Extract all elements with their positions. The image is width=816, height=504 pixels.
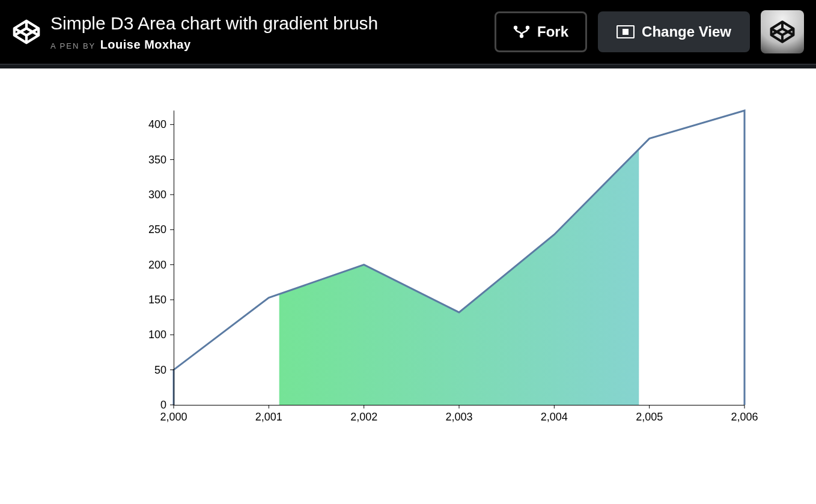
x-tick-label: 2,001: [255, 411, 282, 423]
y-axis: 050100150200250300350400: [148, 111, 174, 411]
gradient-area: [174, 111, 744, 405]
fork-label: Fork: [537, 23, 568, 40]
header-buttons: Fork Change View: [495, 10, 804, 53]
y-tick-label: 300: [148, 189, 166, 201]
y-tick-label: 250: [148, 223, 166, 235]
byline: A PEN BY Louise Moxhay: [50, 38, 495, 52]
change-view-button[interactable]: Change View: [598, 11, 750, 52]
header-bar: Simple D3 Area chart with gradient brush…: [0, 0, 816, 65]
y-tick-label: 150: [148, 294, 166, 306]
author-link[interactable]: Louise Moxhay: [100, 38, 191, 51]
chart-canvas: 0501001502002503003504002,0002,0012,0022…: [0, 68, 816, 504]
codepen-logo[interactable]: [11, 16, 42, 47]
codepen-icon: [769, 19, 796, 45]
x-tick-label: 2,005: [636, 411, 663, 423]
y-tick-label: 0: [160, 399, 166, 411]
fork-icon: [513, 25, 530, 38]
area-chart[interactable]: 0501001502002503003504002,0002,0012,0022…: [47, 68, 769, 441]
view-icon: [617, 25, 635, 38]
y-tick-label: 200: [148, 259, 166, 271]
x-tick-label: 2,004: [541, 411, 568, 423]
x-tick-label: 2,006: [731, 411, 758, 423]
x-axis: 2,0002,0012,0022,0032,0042,0052,006: [160, 405, 758, 423]
y-tick-label: 350: [148, 154, 166, 166]
codepen-icon: [12, 17, 41, 46]
title-block: Simple D3 Area chart with gradient brush…: [50, 13, 495, 52]
x-tick-label: 2,002: [350, 411, 377, 423]
x-tick-label: 2,003: [445, 411, 472, 423]
svg-rect-5: [623, 29, 629, 35]
changeview-label: Change View: [642, 23, 731, 40]
y-tick-label: 100: [148, 329, 166, 341]
y-tick-label: 50: [154, 364, 166, 376]
user-avatar[interactable]: [761, 10, 804, 53]
pen-title: Simple D3 Area chart with gradient brush: [50, 13, 495, 34]
fork-button[interactable]: Fork: [495, 11, 587, 52]
y-tick-label: 400: [148, 118, 166, 130]
byline-prefix: A PEN BY: [50, 41, 96, 50]
x-tick-label: 2,000: [160, 411, 187, 423]
